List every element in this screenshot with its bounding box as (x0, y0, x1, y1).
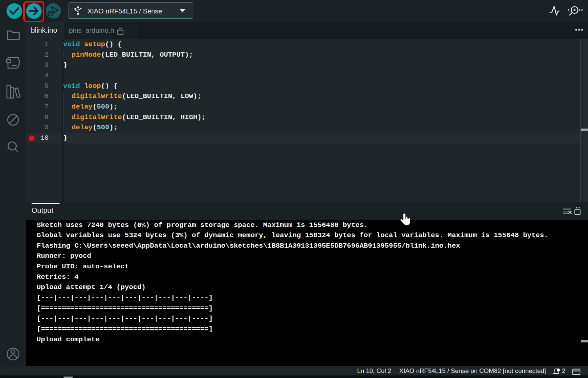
svg-text:XIAO nRF54L15 / Sense: XIAO nRF54L15 / Sense (87, 7, 162, 15)
